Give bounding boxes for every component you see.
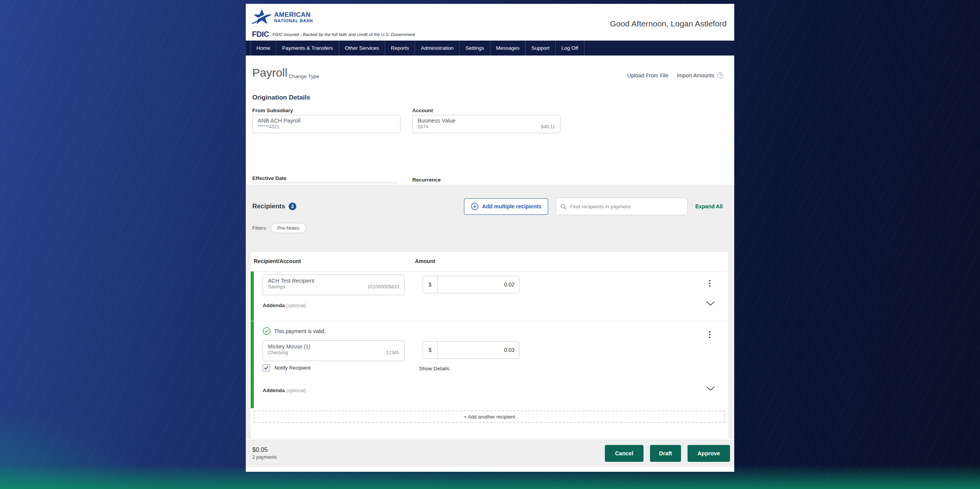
recipients-table: Recipient/Account Amount ACH Test Recipi…	[251, 252, 728, 438]
nav-item-administration[interactable]: Administration	[415, 41, 460, 56]
addenda-word: Addenda	[263, 388, 285, 393]
currency-prefix: $	[423, 342, 438, 358]
nav-item-messages[interactable]: Messages	[490, 41, 526, 56]
recipient-name-suffix: (1)	[304, 343, 310, 350]
recipient-account-card[interactable]: ACH Test Recipient Savings 101000005833	[263, 275, 405, 295]
column-header-recipient: Recipient/Account	[254, 258, 301, 264]
recipients-count-badge: 2	[289, 203, 296, 210]
filters-row: Filters: Pre-Notes	[252, 223, 306, 233]
main-nav: Home Payments & Transfers Other Services…	[246, 41, 734, 56]
from-subsidiary-name: ANB ACH Payroll	[258, 118, 395, 124]
addenda-optional: (optional)	[286, 303, 306, 308]
nav-item-payments-transfers[interactable]: Payments & Transfers	[276, 41, 339, 56]
amount-input[interactable]	[438, 342, 519, 358]
nav-item-log-off[interactable]: Log Off	[556, 41, 585, 56]
recurrence-label: Recurrence	[412, 177, 441, 183]
recipient-account-type: Checking	[268, 350, 288, 355]
origination-details-section: Origination Details From Subsidiary ANB …	[246, 94, 734, 185]
payment-valid-text: This payment is valid.	[274, 328, 326, 334]
recipients-heading: Recipients	[252, 203, 285, 210]
account-name: Business Value	[418, 118, 555, 124]
nav-item-support[interactable]: Support	[526, 41, 555, 56]
fdic-text: FDIC-Insured - Backed by the full faith …	[273, 32, 415, 37]
currency-prefix: $	[423, 276, 438, 293]
effective-date-label: Effective Date	[252, 175, 286, 181]
amount-input[interactable]	[438, 276, 519, 293]
notify-recipient-checkbox[interactable]	[263, 364, 270, 371]
recipient-account-number: 101000005833	[368, 284, 399, 289]
recipient-account-type: Savings	[268, 284, 285, 289]
help-icon[interactable]: ?	[717, 72, 724, 79]
checkmark-icon	[264, 366, 269, 370]
add-multiple-recipients-button[interactable]: Add multiple recipients	[464, 198, 548, 215]
fdic-logo: FDIC	[252, 30, 269, 39]
app-window: AMERICAN NATIONAL BANK FDIC FDIC-Insured…	[246, 4, 734, 472]
row-valid-indicator-bar	[251, 271, 254, 321]
recipient-account-card[interactable]: Mickey Mouse (1) Checking 12345	[263, 340, 405, 361]
row-actions-kebab-icon[interactable]	[707, 278, 712, 288]
amount-field: $	[423, 341, 519, 359]
notify-recipient-label: Notify Recipient	[274, 365, 311, 371]
recipient-name: ACH Test Recipient	[268, 278, 399, 284]
nav-item-home[interactable]: Home	[250, 41, 276, 56]
recipient-row-2: This payment is valid. Mickey Mouse (1) …	[251, 321, 728, 408]
chevron-down-icon[interactable]	[706, 301, 715, 306]
plus-circle-icon	[471, 203, 479, 210]
bank-name-line1: AMERICAN	[274, 11, 314, 18]
addenda-label: Addenda (optional)	[263, 303, 306, 308]
payment-valid-message: This payment is valid.	[263, 327, 326, 335]
notify-recipient-control[interactable]: Notify Recipient	[263, 364, 311, 371]
import-amounts-link[interactable]: Import Amounts	[677, 72, 714, 79]
row-actions-kebab-icon[interactable]	[707, 330, 712, 340]
cancel-button[interactable]: Cancel	[605, 445, 644, 462]
bank-star-icon	[252, 8, 272, 26]
recipient-row-1: ACH Test Recipient Savings 101000005833 …	[251, 271, 728, 321]
page-head-actions: Upload From File Import Amounts ?	[627, 72, 724, 79]
account-field[interactable]: Business Value 5874 $48.11	[412, 115, 560, 133]
approve-button[interactable]: Approve	[688, 445, 730, 462]
recipients-section: Recipients 2 Add multiple recipients	[246, 185, 734, 439]
addenda-label: Addenda (optional)	[263, 388, 306, 393]
recipient-search	[556, 198, 688, 215]
page-head: Payroll Change Type Upload From File Imp…	[246, 56, 734, 94]
account-balance: $48.11	[541, 124, 555, 129]
recipient-name: Mickey Mouse	[268, 343, 302, 350]
filter-pre-notes-pill[interactable]: Pre-Notes	[271, 223, 306, 233]
add-another-recipient-button[interactable]: + Add another recipient	[254, 410, 725, 423]
fdic-disclosure: FDIC FDIC-Insured - Backed by the full f…	[252, 30, 415, 39]
payments-count: 2 payments	[252, 455, 277, 460]
recipient-account-number: 12345	[386, 350, 399, 355]
check-circle-icon	[263, 327, 271, 335]
bank-name: AMERICAN NATIONAL BANK	[274, 11, 314, 23]
add-multiple-recipients-label: Add multiple recipients	[482, 203, 541, 209]
footer-totals: $0.05 2 payments	[252, 446, 277, 460]
origination-heading: Origination Details	[252, 94, 310, 101]
recipient-search-input[interactable]	[556, 198, 687, 215]
nav-item-settings[interactable]: Settings	[460, 41, 490, 56]
page-title: Payroll	[252, 66, 287, 79]
from-subsidiary-field[interactable]: ANB ACH Payroll ******4321	[252, 115, 400, 133]
amount-field: $	[423, 276, 519, 293]
expand-all-link[interactable]: Expand All	[695, 203, 723, 209]
chevron-down-icon[interactable]	[706, 386, 715, 391]
upload-from-file-link[interactable]: Upload From File	[627, 72, 668, 79]
change-type-link[interactable]: Change Type	[289, 74, 319, 79]
recipients-header: Recipients 2 Add multiple recipients	[252, 198, 723, 215]
show-details-link[interactable]: Show Details	[419, 366, 449, 371]
column-header-amount: Amount	[415, 258, 435, 264]
addenda-optional: (optional)	[286, 388, 306, 393]
filters-label: Filters:	[252, 225, 267, 231]
row-valid-indicator-bar	[251, 321, 254, 408]
nav-item-other-services[interactable]: Other Services	[339, 41, 385, 56]
draft-button[interactable]: Draft	[650, 445, 681, 462]
account-label: Account	[412, 108, 433, 113]
nav-item-reports[interactable]: Reports	[385, 41, 415, 56]
user-greeting: Good Afternoon, Logan Astleford	[610, 19, 727, 28]
total-amount: $0.05	[252, 446, 277, 453]
from-subsidiary-label: From Subsidiary	[252, 108, 293, 113]
account-number: 5874	[418, 124, 428, 129]
bank-name-line2: NATIONAL BANK	[274, 19, 314, 23]
bank-logo[interactable]: AMERICAN NATIONAL BANK	[252, 8, 314, 26]
table-header-row: Recipient/Account Amount	[251, 252, 728, 271]
payment-footer: $0.05 2 payments Cancel Draft Approve	[246, 440, 734, 467]
